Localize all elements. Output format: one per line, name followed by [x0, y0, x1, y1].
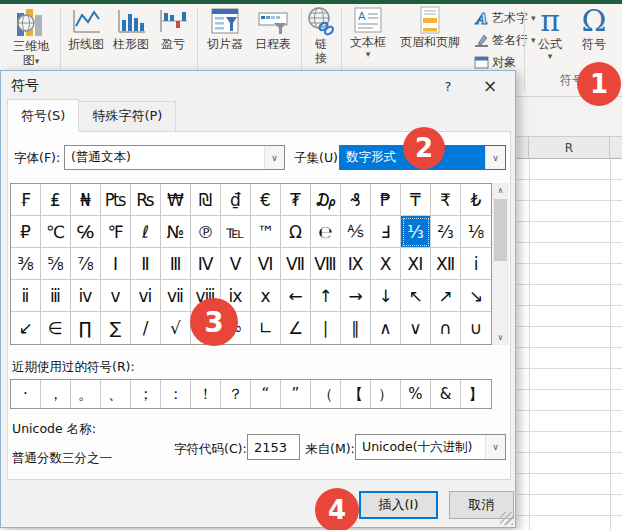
symbol-cell[interactable]: ∑ — [101, 312, 131, 344]
symbol-cell[interactable]: ⅳ — [71, 280, 101, 312]
symbol-cell[interactable]: ⅛ — [461, 216, 491, 248]
help-button[interactable]: ? — [429, 71, 467, 101]
resize-grip[interactable] — [500, 512, 513, 525]
symbol-cell[interactable]: ₨ — [131, 184, 161, 216]
dialog-titlebar[interactable]: 符号 ? × — [1, 71, 515, 101]
symbol-grid-scrollbar[interactable]: ∧ ∨ — [492, 183, 509, 345]
symbol-cell[interactable]: ∟ — [251, 312, 281, 344]
symbol-cell[interactable]: ∏ — [71, 312, 101, 344]
symbol-cell[interactable]: ₦ — [71, 184, 101, 216]
symbol-cell[interactable]: & — [431, 380, 461, 408]
symbol-cell[interactable]: ℃ — [41, 216, 71, 248]
symbol-cell[interactable]: → — [341, 280, 371, 312]
ribbon-button-signature-line[interactable]: 签名行 ▾ — [474, 32, 536, 49]
symbol-cell[interactable]: ℡ — [221, 216, 251, 248]
symbol-cell[interactable]: ⅱ — [11, 280, 41, 312]
symbol-cell[interactable]: ↘ — [461, 280, 491, 312]
scroll-up-icon[interactable]: ∧ — [492, 183, 509, 198]
symbol-cell[interactable]: Ⅴ — [221, 248, 251, 280]
char-code-input[interactable]: 2153 — [247, 434, 300, 460]
ribbon-button-link[interactable]: 链接 — [303, 6, 339, 66]
symbol-cell[interactable]: / — [131, 312, 161, 344]
symbol-cell[interactable]: Ⅰ — [101, 248, 131, 280]
symbol-cell[interactable]: ₰ — [341, 184, 371, 216]
symbol-cell[interactable]: · — [11, 380, 41, 408]
symbol-cell[interactable]: ” — [281, 380, 311, 408]
chevron-down-icon[interactable]: ∨ — [485, 435, 505, 459]
symbol-cell[interactable]: Ⅸ — [341, 248, 371, 280]
symbol-cell[interactable]: ⅰ — [461, 248, 491, 280]
symbol-cell[interactable]: ∨ — [401, 312, 431, 344]
symbol-cell[interactable]: ⅜ — [11, 248, 41, 280]
ribbon-button-timeline[interactable]: 日程表 — [249, 6, 297, 51]
symbol-cell[interactable]: ∩ — [431, 312, 461, 344]
symbol-cell[interactable]: ₪ — [191, 184, 221, 216]
symbol-cell[interactable]: ₫ — [221, 184, 251, 216]
ribbon-button-symbol[interactable]: Ω 符号 — [572, 6, 616, 51]
symbol-cell[interactable]: ↙ — [11, 312, 41, 344]
chevron-down-icon[interactable]: ∨ — [264, 146, 284, 169]
symbol-cell[interactable]: ∪ — [461, 312, 491, 344]
symbol-cell[interactable]: ₱ — [371, 184, 401, 216]
symbol-cell[interactable]: ↓ — [371, 280, 401, 312]
symbol-cell[interactable]: 【 — [341, 380, 371, 408]
symbol-cell[interactable]: № — [161, 216, 191, 248]
symbol-cell[interactable]: ₺ — [461, 184, 491, 216]
symbol-cell[interactable]: ； — [131, 380, 161, 408]
symbol-cell[interactable]: “ — [251, 380, 281, 408]
tab-symbols[interactable]: 符号(S) — [7, 99, 79, 132]
symbol-cell[interactable]: ？ — [221, 380, 251, 408]
symbol-cell[interactable]: Ω — [281, 216, 311, 248]
symbol-cell[interactable]: ₯ — [311, 184, 341, 216]
symbol-cell[interactable]: ℮ — [311, 216, 341, 248]
symbol-cell[interactable]: ℉ — [101, 216, 131, 248]
symbol-cell[interactable]: ） — [371, 380, 401, 408]
symbol-cell[interactable]: ∠ — [281, 312, 311, 344]
ribbon-button-object[interactable]: 对象 — [474, 54, 516, 71]
symbol-cell[interactable]: ⅞ — [71, 248, 101, 280]
symbol-cell[interactable]: ← — [281, 280, 311, 312]
symbol-cell[interactable]: ⅝ — [41, 248, 71, 280]
symbol-cell[interactable]: % — [401, 380, 431, 408]
symbol-cell[interactable]: ₧ — [101, 184, 131, 216]
symbol-cell[interactable]: ₽ — [11, 216, 41, 248]
symbol-cell[interactable]: ⅶ — [161, 280, 191, 312]
symbol-cell[interactable]: ⅹ — [251, 280, 281, 312]
scroll-down-icon[interactable]: ∨ — [492, 330, 509, 345]
symbol-cell[interactable]: ∥ — [341, 312, 371, 344]
column-header-next[interactable] — [610, 137, 622, 158]
symbol-cell[interactable]: 、 — [101, 380, 131, 408]
ribbon-button-win-loss[interactable]: 盈亏 — [152, 6, 194, 51]
ribbon-button-equation[interactable]: π 公式 ▾ — [530, 6, 570, 61]
symbol-cell[interactable]: ₸ — [401, 184, 431, 216]
symbol-cell[interactable]: Ⅎ — [371, 216, 401, 248]
symbol-cell[interactable]: ⅔ — [431, 216, 461, 248]
symbol-cell[interactable]: Ⅹ — [371, 248, 401, 280]
column-header-r[interactable]: R — [529, 137, 610, 158]
sheet-cells[interactable] — [517, 159, 622, 530]
symbol-cell[interactable]: ™ — [251, 216, 281, 248]
symbol-cell[interactable]: ₮ — [281, 184, 311, 216]
ribbon-button-line-sparkline[interactable]: 折线图 — [63, 6, 109, 51]
symbol-cell[interactable]: Ⅺ — [401, 248, 431, 280]
symbol-cell[interactable]: ₩ — [161, 184, 191, 216]
ribbon-button-header-footer[interactable]: 页眉和页脚 — [391, 6, 469, 49]
symbol-cell[interactable]: ₣ — [11, 184, 41, 216]
font-select[interactable]: (普通文本) ∨ — [64, 145, 285, 170]
column-header-partial[interactable] — [517, 137, 529, 158]
close-button[interactable]: × — [471, 71, 509, 101]
symbol-cell[interactable]: ∈ — [41, 312, 71, 344]
symbol-cell[interactable]: Ⅲ — [161, 248, 191, 280]
symbol-cell[interactable]: （ — [311, 380, 341, 408]
symbol-cell[interactable]: 】 — [461, 380, 491, 408]
symbol-cell[interactable]: ∧ — [371, 312, 401, 344]
tab-special-characters[interactable]: 特殊字符(P) — [78, 101, 176, 132]
symbol-cell[interactable]: ⅓ — [401, 216, 431, 248]
symbol-cell[interactable]: 。 — [71, 380, 101, 408]
symbol-cell[interactable]: ↗ — [431, 280, 461, 312]
symbol-cell[interactable]: ₤ — [41, 184, 71, 216]
symbol-cell[interactable]: √ — [161, 312, 191, 344]
symbol-cell[interactable]: ⅵ — [131, 280, 161, 312]
symbol-cell[interactable]: ↖ — [401, 280, 431, 312]
symbol-cell[interactable]: ⅴ — [101, 280, 131, 312]
